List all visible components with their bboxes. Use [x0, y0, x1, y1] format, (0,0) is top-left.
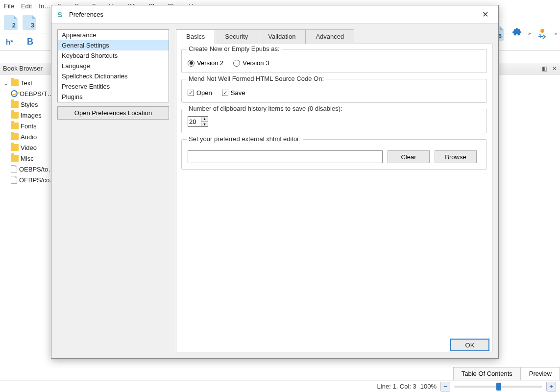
tree-label: Misc [21, 155, 34, 162]
preferences-category-list: Appearance General Settings Keyboard Sho… [57, 29, 169, 102]
spin-up-icon[interactable]: ▲ [201, 117, 208, 122]
epub-version-legend: Create New or Empty Epubs as: [187, 45, 282, 52]
book-browser-title: Book Browser [3, 65, 43, 72]
radio-version-2[interactable]: Version 2 [188, 59, 223, 67]
bottom-tabs: Table Of Contents Preview [453, 367, 560, 380]
radio-icon [233, 60, 240, 67]
clipboard-history-group: Number of clipboard history items to sav… [181, 109, 487, 133]
checkpoints-icon[interactable]: 1 [536, 27, 548, 39]
tab-table-of-contents[interactable]: Table Of Contents [453, 367, 521, 380]
folder-icon [11, 101, 19, 108]
menu-edit[interactable]: Edit [21, 2, 32, 10]
category-general-settings[interactable]: General Settings [58, 40, 169, 50]
mend-html-group: Mend Not Well Formed HTML Source Code On… [181, 79, 487, 103]
mend-html-legend: Mend Not Well Formed HTML Source Code On… [187, 75, 326, 82]
checkbox-label: Save [231, 89, 245, 97]
category-preserve-entities[interactable]: Preserve Entities [58, 81, 169, 92]
browse-button[interactable]: Browse [435, 150, 477, 163]
zoom-level: 100% [420, 383, 437, 390]
category-keyboard-shortcuts[interactable]: Keyboard Shortcuts [58, 50, 169, 61]
checkbox-mend-on-open[interactable]: Open [188, 89, 212, 97]
folder-icon [11, 144, 19, 151]
radio-label: Version 2 [197, 59, 223, 67]
plugins-overflow[interactable]: » [528, 31, 531, 36]
statusbar: Line: 1, Col: 3 100% − + [0, 380, 560, 392]
zoom-in-button[interactable]: + [546, 382, 556, 392]
preferences-dialog: S Preferences ✕ Appearance General Setti… [51, 5, 499, 359]
category-spellcheck[interactable]: Spellcheck Dictionaries [58, 71, 169, 81]
clear-button[interactable]: Clear [388, 150, 430, 163]
zoom-out-button[interactable]: − [440, 382, 450, 392]
checkbox-mend-on-save[interactable]: Save [222, 89, 245, 97]
settings-tabs: Basics Security Validation Advanced [176, 29, 492, 44]
folder-icon [11, 133, 19, 140]
dialog-close-button[interactable]: ✕ [478, 8, 492, 21]
app-icon: S [57, 10, 65, 18]
checkbox-icon [222, 90, 228, 96]
external-editor-path-input[interactable] [188, 150, 383, 163]
checkbox-label: Open [196, 89, 212, 97]
h2-icon: 2 [4, 15, 18, 30]
tab-advanced[interactable]: Advanced [305, 29, 354, 44]
zoom-thumb[interactable] [496, 383, 501, 391]
clipboard-history-spinbox[interactable]: ▲▼ [188, 116, 208, 127]
tree-label: Images [21, 112, 42, 119]
epub-version-group: Create New or Empty Epubs as: Version 2 … [181, 49, 487, 73]
dialog-title: Preferences [69, 11, 103, 18]
radio-version-3[interactable]: Version 3 [233, 59, 269, 67]
ok-button[interactable]: OK [450, 339, 489, 351]
tree-label: Fonts [21, 122, 37, 130]
tree-label: Styles [21, 101, 38, 108]
h3-icon: 3 [23, 15, 36, 30]
tab-security[interactable]: Security [215, 29, 258, 44]
zoom-slider[interactable] [454, 386, 542, 388]
folder-icon [11, 122, 19, 129]
checkpoints-overflow[interactable]: » [554, 31, 557, 36]
heading-dropdown[interactable]: h* [6, 38, 13, 46]
folder-icon [11, 112, 19, 119]
file-icon [11, 165, 17, 173]
spin-down-icon[interactable]: ▼ [201, 122, 208, 127]
category-plugins[interactable]: Plugins [58, 92, 169, 102]
tree-label: Audio [21, 133, 37, 141]
open-preferences-location-button[interactable]: Open Preferences Location [57, 106, 169, 120]
svg-text:1: 1 [538, 32, 542, 39]
radio-label: Version 3 [243, 59, 269, 67]
bold-button[interactable]: B [27, 37, 33, 47]
category-language[interactable]: Language [58, 61, 169, 71]
clipboard-history-input[interactable] [188, 117, 201, 126]
heading-h3-button[interactable]: 3 [21, 14, 38, 31]
tree-label: Text [21, 79, 32, 87]
folder-icon [11, 155, 19, 162]
panel-close-icon[interactable]: ✕ [552, 65, 557, 72]
tree-label: OEBPS/T… [20, 90, 53, 98]
radio-icon [188, 60, 195, 67]
menu-insert[interactable]: In… [39, 2, 50, 10]
tab-validation[interactable]: Validation [258, 29, 306, 44]
heading-h2-button[interactable]: 2 [2, 14, 20, 31]
tab-basics[interactable]: Basics [176, 29, 215, 44]
tree-label: Video [21, 144, 37, 151]
cursor-position: Line: 1, Col: 3 [377, 383, 416, 390]
tree-label: OEBPS/to… [19, 166, 54, 173]
tree-label: OEBPS/co… [19, 176, 56, 184]
folder-icon [11, 79, 19, 86]
external-editor-group: Set your preferred external xhtml editor… [181, 139, 487, 170]
checkbox-icon [188, 90, 194, 96]
tab-basics-content: Create New or Empty Epubs as: Version 2 … [176, 44, 492, 352]
file-icon [11, 176, 17, 184]
clipboard-history-legend: Number of clipboard history items to sav… [187, 105, 344, 112]
category-appearance[interactable]: Appearance [58, 30, 169, 40]
menu-file[interactable]: File [4, 2, 14, 10]
panel-float-icon[interactable]: ◧ [542, 65, 547, 72]
plugins-icon[interactable] [511, 26, 522, 40]
dialog-titlebar: S Preferences ✕ [51, 5, 498, 23]
collapse-icon[interactable]: ⌄ [3, 79, 9, 87]
external-editor-legend: Set your preferred external xhtml editor… [187, 135, 303, 143]
html-file-icon [11, 90, 18, 97]
tab-preview[interactable]: Preview [521, 367, 560, 380]
